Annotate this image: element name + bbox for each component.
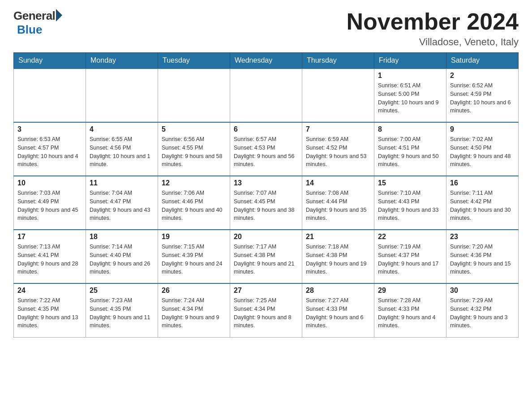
calendar-day-cell: [158, 68, 230, 122]
day-info: Sunrise: 7:24 AMSunset: 4:34 PMDaylight:…: [162, 296, 226, 330]
day-info: Sunrise: 7:10 AMSunset: 4:43 PMDaylight:…: [378, 189, 442, 223]
day-info: Sunrise: 6:51 AMSunset: 5:00 PMDaylight:…: [378, 81, 442, 115]
day-number: 20: [234, 233, 298, 241]
day-of-week-header: Thursday: [302, 53, 374, 69]
calendar-day-cell: [302, 68, 374, 122]
calendar-header-row: SundayMondayTuesdayWednesdayThursdayFrid…: [14, 53, 519, 69]
calendar-week-row: 1Sunrise: 6:51 AMSunset: 5:00 PMDaylight…: [14, 68, 519, 122]
day-of-week-header: Wednesday: [230, 53, 302, 69]
day-info: Sunrise: 7:08 AMSunset: 4:44 PMDaylight:…: [306, 189, 370, 223]
calendar-day-cell: 2Sunrise: 6:52 AMSunset: 4:59 PMDaylight…: [446, 68, 519, 122]
calendar-day-cell: [14, 68, 86, 122]
day-number: 6: [234, 125, 298, 133]
calendar-day-cell: 19Sunrise: 7:15 AMSunset: 4:39 PMDayligh…: [158, 230, 230, 283]
day-info: Sunrise: 7:28 AMSunset: 4:33 PMDaylight:…: [378, 296, 442, 330]
calendar-day-cell: 4Sunrise: 6:55 AMSunset: 4:56 PMDaylight…: [86, 122, 158, 176]
day-number: 17: [17, 233, 82, 241]
calendar-week-row: 10Sunrise: 7:03 AMSunset: 4:49 PMDayligh…: [14, 176, 519, 230]
day-number: 11: [90, 179, 154, 187]
day-info: Sunrise: 7:18 AMSunset: 4:38 PMDaylight:…: [306, 243, 370, 276]
day-number: 21: [306, 233, 370, 241]
page-header: General Blue November 2024 Villadose, Ve…: [13, 9, 519, 48]
calendar-day-cell: [230, 68, 302, 122]
calendar-day-cell: 18Sunrise: 7:14 AMSunset: 4:40 PMDayligh…: [86, 230, 158, 283]
logo: General Blue: [13, 9, 62, 37]
calendar-day-cell: 27Sunrise: 7:25 AMSunset: 4:34 PMDayligh…: [230, 283, 302, 337]
calendar-day-cell: 21Sunrise: 7:18 AMSunset: 4:38 PMDayligh…: [302, 230, 374, 283]
day-info: Sunrise: 7:25 AMSunset: 4:34 PMDaylight:…: [234, 296, 298, 330]
day-number: 15: [378, 179, 442, 187]
day-info: Sunrise: 6:52 AMSunset: 4:59 PMDaylight:…: [450, 81, 515, 115]
day-info: Sunrise: 6:56 AMSunset: 4:55 PMDaylight:…: [162, 135, 226, 169]
day-number: 3: [17, 125, 82, 133]
calendar-day-cell: 10Sunrise: 7:03 AMSunset: 4:49 PMDayligh…: [14, 176, 86, 230]
day-info: Sunrise: 6:55 AMSunset: 4:56 PMDaylight:…: [90, 135, 154, 169]
day-info: Sunrise: 7:02 AMSunset: 4:50 PMDaylight:…: [450, 135, 515, 169]
month-title: November 2024: [347, 9, 519, 34]
calendar-day-cell: 1Sunrise: 6:51 AMSunset: 5:00 PMDaylight…: [374, 68, 446, 122]
day-info: Sunrise: 7:23 AMSunset: 4:35 PMDaylight:…: [90, 296, 154, 330]
logo-general-text: General: [13, 9, 55, 23]
logo-triangle-icon: [56, 9, 62, 21]
day-number: 19: [162, 233, 226, 241]
day-info: Sunrise: 6:57 AMSunset: 4:53 PMDaylight:…: [234, 135, 298, 169]
calendar-day-cell: 30Sunrise: 7:29 AMSunset: 4:32 PMDayligh…: [446, 283, 519, 337]
day-number: 26: [162, 287, 226, 295]
day-number: 14: [306, 179, 370, 187]
day-number: 4: [90, 125, 154, 133]
day-number: 7: [306, 125, 370, 133]
day-number: 23: [450, 233, 515, 241]
day-number: 12: [162, 179, 226, 187]
day-number: 18: [90, 233, 154, 241]
day-of-week-header: Tuesday: [158, 53, 230, 69]
day-info: Sunrise: 7:14 AMSunset: 4:40 PMDaylight:…: [90, 243, 154, 276]
day-number: 13: [234, 179, 298, 187]
day-of-week-header: Saturday: [446, 53, 519, 69]
calendar-day-cell: 24Sunrise: 7:22 AMSunset: 4:35 PMDayligh…: [14, 283, 86, 337]
day-number: 16: [450, 179, 515, 187]
calendar-day-cell: 5Sunrise: 6:56 AMSunset: 4:55 PMDaylight…: [158, 122, 230, 176]
day-info: Sunrise: 7:06 AMSunset: 4:46 PMDaylight:…: [162, 189, 226, 223]
title-section: November 2024 Villadose, Veneto, Italy: [347, 9, 519, 48]
day-number: 29: [378, 287, 442, 295]
day-number: 22: [378, 233, 442, 241]
calendar-day-cell: 23Sunrise: 7:20 AMSunset: 4:36 PMDayligh…: [446, 230, 519, 283]
day-info: Sunrise: 6:59 AMSunset: 4:52 PMDaylight:…: [306, 135, 370, 169]
day-info: Sunrise: 7:00 AMSunset: 4:51 PMDaylight:…: [378, 135, 442, 169]
day-number: 1: [378, 72, 442, 80]
day-number: 30: [450, 287, 515, 295]
day-of-week-header: Friday: [374, 53, 446, 69]
calendar-day-cell: [86, 68, 158, 122]
calendar-day-cell: 26Sunrise: 7:24 AMSunset: 4:34 PMDayligh…: [158, 283, 230, 337]
day-number: 28: [306, 287, 370, 295]
day-info: Sunrise: 7:04 AMSunset: 4:47 PMDaylight:…: [90, 189, 154, 223]
day-number: 24: [17, 287, 82, 295]
day-info: Sunrise: 7:22 AMSunset: 4:35 PMDaylight:…: [17, 296, 82, 330]
day-info: Sunrise: 6:53 AMSunset: 4:57 PMDaylight:…: [17, 135, 82, 169]
calendar-day-cell: 12Sunrise: 7:06 AMSunset: 4:46 PMDayligh…: [158, 176, 230, 230]
day-of-week-header: Monday: [86, 53, 158, 69]
calendar-day-cell: 22Sunrise: 7:19 AMSunset: 4:37 PMDayligh…: [374, 230, 446, 283]
day-number: 5: [162, 125, 226, 133]
calendar-week-row: 17Sunrise: 7:13 AMSunset: 4:41 PMDayligh…: [14, 230, 519, 283]
day-info: Sunrise: 7:29 AMSunset: 4:32 PMDaylight:…: [450, 296, 515, 330]
day-number: 10: [17, 179, 82, 187]
calendar-week-row: 24Sunrise: 7:22 AMSunset: 4:35 PMDayligh…: [14, 283, 519, 337]
location-subtitle: Villadose, Veneto, Italy: [347, 36, 519, 48]
calendar-day-cell: 25Sunrise: 7:23 AMSunset: 4:35 PMDayligh…: [86, 283, 158, 337]
calendar-week-row: 3Sunrise: 6:53 AMSunset: 4:57 PMDaylight…: [14, 122, 519, 176]
calendar-day-cell: 7Sunrise: 6:59 AMSunset: 4:52 PMDaylight…: [302, 122, 374, 176]
day-info: Sunrise: 7:27 AMSunset: 4:33 PMDaylight:…: [306, 296, 370, 330]
calendar-day-cell: 17Sunrise: 7:13 AMSunset: 4:41 PMDayligh…: [14, 230, 86, 283]
day-of-week-header: Sunday: [14, 53, 86, 69]
calendar-day-cell: 11Sunrise: 7:04 AMSunset: 4:47 PMDayligh…: [86, 176, 158, 230]
day-info: Sunrise: 7:03 AMSunset: 4:49 PMDaylight:…: [17, 189, 82, 223]
calendar-day-cell: 6Sunrise: 6:57 AMSunset: 4:53 PMDaylight…: [230, 122, 302, 176]
day-info: Sunrise: 7:11 AMSunset: 4:42 PMDaylight:…: [450, 189, 515, 223]
calendar-day-cell: 8Sunrise: 7:00 AMSunset: 4:51 PMDaylight…: [374, 122, 446, 176]
day-number: 27: [234, 287, 298, 295]
calendar-day-cell: 28Sunrise: 7:27 AMSunset: 4:33 PMDayligh…: [302, 283, 374, 337]
calendar-day-cell: 14Sunrise: 7:08 AMSunset: 4:44 PMDayligh…: [302, 176, 374, 230]
day-number: 2: [450, 72, 515, 80]
day-number: 8: [378, 125, 442, 133]
